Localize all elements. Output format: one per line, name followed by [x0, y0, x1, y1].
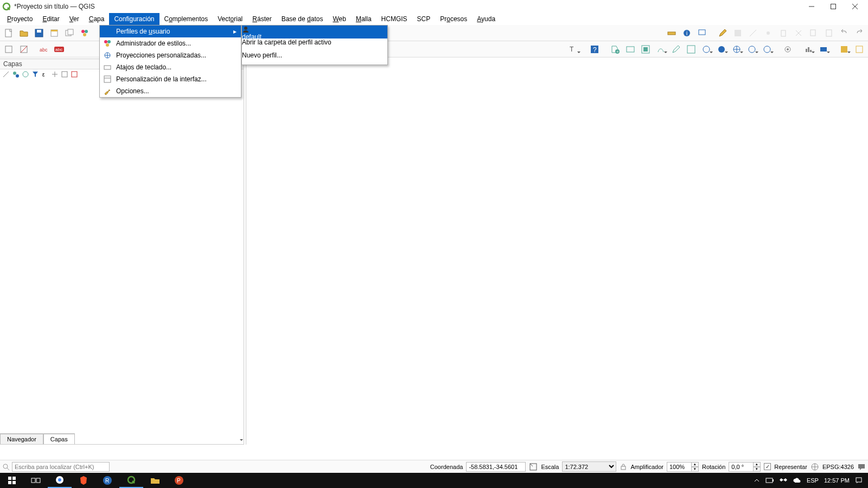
menu-configuracion[interactable]: Configuración — [109, 13, 159, 25]
submenu-nuevo-perfil[interactable]: Nuevo perfil... — [242, 52, 387, 65]
coordenada-input[interactable] — [466, 462, 526, 472]
dd-atajos[interactable]: Atajos de teclado... — [100, 61, 241, 73]
menu-raster[interactable]: Ráster — [247, 13, 276, 25]
python-console-button[interactable] — [852, 42, 866, 56]
menu-malla[interactable]: Malla — [351, 13, 376, 25]
layer-filter-button[interactable] — [12, 70, 22, 80]
measure-button[interactable] — [665, 26, 679, 40]
menu-capa[interactable]: Capa — [84, 13, 110, 25]
menu-basedatos[interactable]: Base de datos — [277, 13, 328, 25]
dd-personalizacion[interactable]: Personalización de la interfaz... — [100, 73, 241, 85]
lock-icon[interactable] — [620, 463, 627, 471]
annotation-dropdown[interactable]: T — [567, 42, 581, 56]
amplificador-spinbox[interactable]: ▴▾ — [667, 462, 699, 472]
add-mesh-button[interactable] — [714, 42, 729, 56]
menu-web[interactable]: Web — [328, 13, 350, 25]
menu-editar[interactable]: Editar — [37, 13, 64, 25]
label-abc-button[interactable]: abc — [37, 42, 52, 56]
open-project-button[interactable] — [17, 26, 31, 40]
save-project-button[interactable] — [32, 26, 46, 40]
deselect-button[interactable] — [17, 42, 31, 56]
layer-expand-button[interactable]: ε — [41, 70, 51, 80]
new-virtual-layer-button[interactable] — [669, 42, 683, 56]
layer-expand-all-button[interactable] — [51, 70, 61, 80]
tray-lang[interactable]: ESP — [807, 477, 819, 484]
layer-funnel-button[interactable] — [31, 70, 41, 80]
menu-vectorial[interactable]: Vectorial — [213, 13, 247, 25]
tray-battery-icon[interactable] — [765, 477, 774, 484]
explorer-taskbar-icon[interactable] — [143, 473, 167, 488]
tray-chevron-up-icon[interactable] — [754, 477, 760, 484]
brave-taskbar-icon[interactable] — [72, 473, 95, 488]
new-memory-layer-button[interactable] — [654, 42, 668, 56]
qgis-taskbar-icon[interactable] — [119, 473, 143, 488]
layer-expression-button[interactable] — [22, 70, 31, 80]
edit-toggle-button[interactable] — [716, 26, 730, 40]
dd-admin-estilos[interactable]: Administrador de estilos... — [100, 37, 241, 49]
powerpoint-taskbar-icon[interactable]: P — [167, 473, 191, 488]
label-abc2-button[interactable]: abc — [53, 42, 67, 56]
mouse-extent-icon[interactable] — [529, 463, 538, 471]
representar-checkbox[interactable] — [764, 463, 771, 470]
print-layout-button[interactable] — [47, 26, 61, 40]
new-project-button[interactable] — [2, 26, 16, 40]
copy-features-button[interactable] — [807, 26, 821, 40]
layer-style-button[interactable] — [2, 70, 12, 80]
menu-ayuda[interactable]: Ayuda — [472, 13, 500, 25]
add-raster-button[interactable] — [699, 42, 713, 56]
menu-ver[interactable]: Ver — [65, 13, 84, 25]
plugin-button[interactable] — [837, 42, 851, 56]
tab-navegador[interactable]: Navegador — [0, 434, 43, 444]
identify-button[interactable]: i — [680, 26, 694, 40]
submenu-abrir-carpeta[interactable]: Abrir la carpeta del perfil activo — [242, 38, 387, 52]
rotacion-spinbox[interactable]: ▴▾ — [729, 462, 761, 472]
processing-toolbox-button[interactable] — [781, 42, 795, 56]
statistics-button[interactable] — [801, 42, 815, 56]
messages-icon[interactable] — [857, 463, 866, 471]
tab-capas[interactable]: Capas — [43, 434, 75, 444]
tray-time[interactable]: 12:57 PM — [824, 477, 850, 484]
taskview-button[interactable] — [24, 473, 48, 488]
vertex-tool-button[interactable] — [761, 26, 775, 40]
add-wfs-button[interactable] — [745, 42, 759, 56]
new-spatialite-button[interactable] — [639, 42, 653, 56]
locator-input[interactable] — [12, 462, 110, 472]
menu-hcmgis[interactable]: HCMGIS — [376, 13, 412, 25]
add-vector-button[interactable] — [684, 42, 698, 56]
dd-proyecciones[interactable]: Proyecciones personalizadas... — [100, 49, 241, 61]
tray-notifications-icon[interactable] — [855, 477, 863, 484]
r-taskbar-icon[interactable]: R — [95, 473, 119, 488]
undo-button[interactable] — [837, 26, 851, 40]
cut-features-button[interactable] — [792, 26, 806, 40]
locator-search[interactable] — [2, 462, 110, 472]
dd-perfiles-usuario[interactable]: Perfiles de usuario ▸ — [100, 25, 241, 37]
tray-dropbox-icon[interactable] — [780, 477, 787, 484]
menu-scp[interactable]: SCP — [412, 13, 436, 25]
start-button[interactable] — [0, 473, 24, 488]
escala-select[interactable]: 1:72.372 — [562, 461, 616, 472]
tray-onedrive-icon[interactable] — [793, 477, 801, 484]
new-geopackage-button[interactable] — [623, 42, 637, 56]
style-manager-button[interactable] — [78, 26, 92, 40]
close-button[interactable] — [844, 1, 866, 12]
epsg-label[interactable]: EPSG:4326 — [822, 464, 854, 470]
add-wcs-button[interactable] — [760, 42, 774, 56]
menu-proyecto[interactable]: Proyecto — [2, 13, 37, 25]
menu-complementos[interactable]: Complementos — [159, 13, 213, 25]
map-canvas[interactable] — [246, 59, 868, 445]
crs-icon[interactable] — [810, 463, 819, 471]
delete-selected-button[interactable] — [776, 26, 790, 40]
submenu-default[interactable]: default — [242, 25, 387, 38]
add-wms-button[interactable] — [730, 42, 744, 56]
save-edits-button[interactable] — [731, 26, 745, 40]
map-tips-button[interactable] — [695, 26, 709, 40]
select-features-button[interactable] — [2, 42, 16, 56]
layer-collapse-all-button[interactable] — [61, 70, 71, 80]
menu-procesos[interactable]: Procesos — [435, 13, 472, 25]
maximize-button[interactable] — [822, 1, 844, 12]
minimize-button[interactable] — [801, 1, 822, 12]
add-feature-button[interactable] — [746, 26, 760, 40]
chrome-taskbar-icon[interactable] — [48, 473, 72, 488]
redo-button[interactable] — [852, 26, 866, 40]
layout-manager-button[interactable] — [62, 26, 76, 40]
